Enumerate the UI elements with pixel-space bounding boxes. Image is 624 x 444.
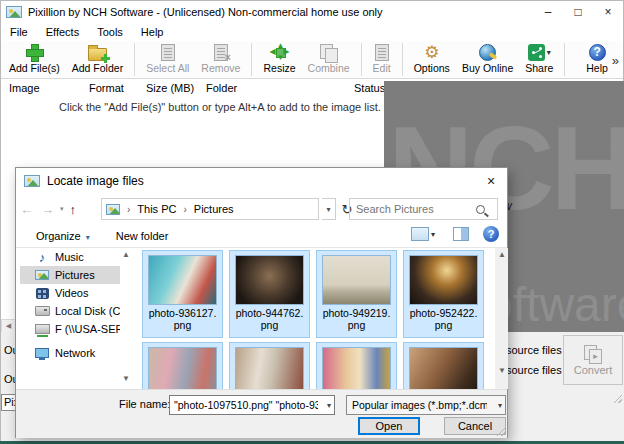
toolbar-overflow-chevron[interactable]: » xyxy=(612,53,619,68)
maximize-button[interactable]: □ xyxy=(563,5,593,19)
file-type-combo[interactable]: Popular images (*.bmp;*.dcm;* ▾ xyxy=(346,395,506,415)
file-name-input[interactable] xyxy=(170,399,318,411)
share-button[interactable]: ▾ Share xyxy=(519,41,559,78)
column-folder[interactable]: Folder xyxy=(206,82,237,94)
dialog-resize-grip[interactable] xyxy=(496,427,505,436)
convert-button[interactable]: Convert xyxy=(563,335,623,385)
window-resize-grip[interactable] xyxy=(613,394,622,403)
sidebar-item-music[interactable]: ♪ Music xyxy=(20,248,120,266)
resize-button[interactable]: ▲▼◀▶ Resize xyxy=(257,41,301,78)
options-button[interactable]: ⚙ Options xyxy=(408,41,456,78)
file-item[interactable] xyxy=(229,342,310,389)
forward-arrow-icon[interactable]: → xyxy=(41,202,54,217)
file-item[interactable]: photo-952422.png xyxy=(403,250,484,338)
sidebar-item-local-disk[interactable]: Local Disk (C:) xyxy=(20,302,120,320)
add-files-button[interactable]: Add File(s) xyxy=(3,41,66,78)
main-toolbar: Add File(s) Add Folder Select All × Remo… xyxy=(1,41,623,79)
breadcrumb-separator-icon: › xyxy=(127,204,130,215)
new-folder-button[interactable]: New folder xyxy=(116,230,169,242)
buy-online-button[interactable]: Buy Online xyxy=(456,41,519,78)
search-icon[interactable] xyxy=(476,205,485,214)
file-name-dropdown-icon[interactable]: ▾ xyxy=(327,401,334,410)
file-name: photo-936127.png xyxy=(143,307,222,331)
scroll-down-icon[interactable]: ▼ xyxy=(498,366,506,375)
menu-tools[interactable]: Tools xyxy=(88,26,132,38)
file-item[interactable]: photo-944762.png xyxy=(229,250,310,338)
minimize-button[interactable]: – xyxy=(533,5,563,19)
column-status[interactable]: Status xyxy=(354,82,385,94)
dialog-icon xyxy=(24,175,40,187)
thumbnail-view-icon[interactable] xyxy=(411,227,429,241)
edit-button[interactable]: Edit xyxy=(367,41,397,78)
search-input[interactable] xyxy=(350,203,474,215)
sidebar-item-videos[interactable]: Videos xyxy=(20,284,120,302)
breadcrumb[interactable]: › This PC › Pictures xyxy=(101,198,319,220)
toolbar-separator xyxy=(361,43,362,76)
file-name-combo: ▾ xyxy=(169,395,335,415)
dialog-close-button[interactable]: × xyxy=(475,173,507,189)
file-name: photo-949219.png xyxy=(317,307,396,331)
add-files-label: Add File(s) xyxy=(9,62,60,74)
remove-label: Remove xyxy=(201,62,240,74)
photo-thumbnail xyxy=(235,347,304,389)
menu-file[interactable]: File xyxy=(1,26,37,38)
file-list-header: Image Format Size (MB) Folder Status xyxy=(1,81,384,96)
preview-pane-toggle-icon[interactable] xyxy=(453,227,469,241)
menu-help[interactable]: Help xyxy=(132,26,173,38)
photo-thumbnail xyxy=(322,347,391,389)
remove-button[interactable]: × Remove xyxy=(195,41,246,78)
up-arrow-icon[interactable]: ↑ xyxy=(70,202,77,217)
scroll-up-icon[interactable]: ▲ xyxy=(498,250,506,259)
sidebar-item-pictures[interactable]: Pictures xyxy=(20,266,120,284)
help-button[interactable]: ? Help xyxy=(580,41,614,78)
dialog-title: Locate image files xyxy=(47,174,144,188)
sidebar-item-network-drive[interactable]: F (\\USA-SERVER xyxy=(20,320,120,338)
file-grid-scrollbar[interactable]: ▲ ▼ xyxy=(495,248,508,389)
resize-icon: ▲▼◀▶ xyxy=(271,43,289,61)
share-icon xyxy=(528,44,545,61)
view-dropdown-icon[interactable]: ▾ xyxy=(431,230,435,239)
open-button[interactable]: Open xyxy=(358,417,420,435)
file-item[interactable] xyxy=(403,342,484,389)
photo-thumbnail xyxy=(322,255,391,305)
hscroll-left-arrow-icon[interactable]: ◀ xyxy=(1,319,16,333)
column-image[interactable]: Image xyxy=(9,82,40,94)
combine-icon xyxy=(320,44,338,61)
breadcrumb-this-pc[interactable]: This PC xyxy=(137,203,176,215)
organize-button[interactable]: Organize ▾ xyxy=(36,230,90,242)
dialog-help-icon[interactable]: ? xyxy=(483,226,499,242)
breadcrumb-dropdown-icon[interactable]: ▾ xyxy=(322,198,336,220)
options-gear-icon: ⚙ xyxy=(424,44,439,61)
window-title: Pixillion by NCH Software - (Unlicensed)… xyxy=(28,6,383,18)
breadcrumb-folder-icon xyxy=(106,204,120,215)
file-item[interactable] xyxy=(142,342,223,389)
select-all-button[interactable]: Select All xyxy=(140,41,195,78)
toolbar-separator xyxy=(134,43,135,76)
output-field-fragment[interactable]: Pixill xyxy=(1,394,16,411)
breadcrumb-pictures[interactable]: Pictures xyxy=(194,203,234,215)
column-size[interactable]: Size (MB) xyxy=(146,82,194,94)
column-format[interactable]: Format xyxy=(89,82,124,94)
sidebar-item-network[interactable]: Network xyxy=(20,344,120,362)
menu-effects[interactable]: Effects xyxy=(37,26,88,38)
close-button[interactable]: × xyxy=(593,5,623,19)
add-folder-label: Add Folder xyxy=(72,62,123,74)
file-item[interactable]: photo-949219.png xyxy=(316,250,397,338)
share-label: Share xyxy=(525,62,553,74)
history-chevron-icon[interactable]: ▾ xyxy=(60,205,64,213)
photo-thumbnail xyxy=(148,347,217,389)
dialog-footer: File name: ▾ Popular images (*.bmp;*.dcm… xyxy=(16,389,507,438)
back-arrow-icon[interactable]: ← xyxy=(20,202,33,217)
combine-button[interactable]: Combine xyxy=(302,41,356,78)
sidebar-scroll-down-icon[interactable]: ▼ xyxy=(122,374,130,383)
registered-mark: ® xyxy=(610,143,619,157)
file-item[interactable] xyxy=(316,342,397,389)
sidebar-scroll-up-icon[interactable]: ▲ xyxy=(122,250,130,259)
share-dropdown-arrow-icon[interactable]: ▾ xyxy=(547,48,551,57)
add-folder-button[interactable]: Add Folder xyxy=(66,41,129,78)
file-type-value: Popular images (*.bmp;*.dcm;* xyxy=(347,399,487,411)
file-item[interactable]: photo-936127.png xyxy=(142,250,223,338)
toolbar-separator xyxy=(564,43,565,76)
music-note-icon: ♪ xyxy=(39,250,46,265)
app-icon xyxy=(6,6,22,18)
